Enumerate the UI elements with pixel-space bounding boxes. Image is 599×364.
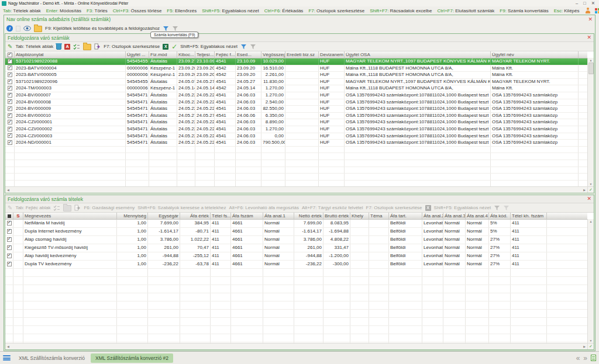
row-checkbox[interactable] xyxy=(8,140,12,145)
row-checkbox[interactable] xyxy=(8,79,12,84)
column-header[interactable]: Téma xyxy=(369,213,389,219)
scroll-down-icon[interactable]: ▼ xyxy=(590,182,593,186)
scroll-up-icon[interactable]: ▲ xyxy=(590,58,593,62)
items-horizontal-scrollbar[interactable]: ◀ ▶ xyxy=(5,343,587,349)
row-checkbox[interactable] xyxy=(7,237,12,242)
row-checkbox[interactable] xyxy=(8,106,12,111)
column-header[interactable]: Áfa tart. xyxy=(389,213,422,219)
column-header[interactable]: Végösszeg xyxy=(261,51,285,58)
menu-item[interactable]: Ctrl+F7:Elutasított számlák xyxy=(438,8,495,13)
table-row[interactable]: 2023-BATV/00000500000006Készpénz-123.09.… xyxy=(5,72,587,79)
checklist-icon[interactable] xyxy=(73,44,80,50)
column-header[interactable]: Fiz.mód xyxy=(149,51,177,58)
export-icon[interactable] xyxy=(94,43,101,50)
windows-grid-icon[interactable] xyxy=(595,8,599,13)
scroll-left-icon[interactable]: ◀ xyxy=(7,188,9,192)
row-checkbox[interactable] xyxy=(8,72,12,77)
column-header[interactable]: Megnevezés xyxy=(23,213,117,219)
column-header[interactable]: Khely xyxy=(350,213,369,219)
column-header[interactable]: Tétel fs... xyxy=(211,213,231,219)
column-header[interactable]: Ügyfél OSA xyxy=(345,51,491,58)
table-row[interactable]: 2024-CZI/00000154545471Átutalás24.05.222… xyxy=(5,119,587,126)
delete-icon[interactable] xyxy=(56,44,61,50)
menu-item[interactable]: F9:Számla konvertálás xyxy=(500,8,548,13)
table-row[interactable]: 2024-CZI/00000254545471Átutalás24.05.222… xyxy=(5,126,587,133)
column-header[interactable]: Áfa kód. xyxy=(489,213,511,219)
column-header[interactable]: Áfa anal.2 xyxy=(422,213,443,219)
invoices-close-icon[interactable]: ✕ xyxy=(587,35,591,40)
row-checkbox[interactable] xyxy=(8,133,12,138)
table-row[interactable]: 537102198922008854545455Átutalás23.09.27… xyxy=(5,58,587,65)
column-header[interactable] xyxy=(5,51,15,58)
row-checkbox[interactable] xyxy=(8,86,12,91)
nav-close-icon[interactable]: ✕ xyxy=(588,17,593,22)
menu-item[interactable]: F3:Törlés xyxy=(87,8,108,13)
menu-item[interactable]: Shift+F7:Rácsadatok excelbe xyxy=(370,8,432,13)
row-checkbox[interactable] xyxy=(7,245,12,250)
table-row[interactable]: 2024-TM/00000300000006Készpénz-124.05.14… xyxy=(5,85,587,92)
excel-icon[interactable]: X xyxy=(163,44,168,50)
row-checkbox[interactable] xyxy=(7,229,12,234)
info-circle-icon[interactable]: i xyxy=(6,25,13,32)
column-header[interactable]: Tétel kh. fszám xyxy=(511,213,547,219)
maximize-button[interactable]: □ xyxy=(583,1,586,6)
items-close-icon[interactable]: ✕ xyxy=(587,196,591,202)
table-row[interactable]: 2024-BV/00000854545471Átutalás24.05.2224… xyxy=(5,99,587,106)
column-header[interactable]: Áfa érték xyxy=(180,213,211,219)
menu-item[interactable]: Enter:Módosítás xyxy=(46,8,81,13)
scroll-right-icon[interactable]: ▶ xyxy=(583,188,586,192)
row-checkbox[interactable] xyxy=(8,59,12,64)
menu-item[interactable]: Ctrl+F3:Összes törlése xyxy=(113,8,162,13)
invoices-horizontal-scrollbar[interactable]: ◀ ▶ xyxy=(5,186,587,193)
prev-tab-icon[interactable]: « xyxy=(576,355,580,362)
grid-corner-check-icon[interactable]: ✓ xyxy=(587,186,594,193)
folder-icon[interactable] xyxy=(83,44,91,50)
invoices-vertical-scrollbar[interactable]: ▲ ▼ xyxy=(587,58,594,186)
column-header[interactable]: Áfa fszám xyxy=(231,213,263,219)
scroll-right-icon[interactable]: ▶ xyxy=(583,345,586,348)
row-checkbox[interactable] xyxy=(8,65,12,70)
items-vertical-scrollbar[interactable]: ▲ ▼ xyxy=(587,219,594,343)
column-header[interactable]: Teljesí... xyxy=(195,51,215,58)
column-header[interactable]: Egységár xyxy=(148,213,180,219)
table-row[interactable]: Kiegészítő TV-műsordíj havidíj1,00261,00… xyxy=(5,244,587,252)
column-header[interactable]: Áfa anal.4 xyxy=(466,213,489,219)
row-checkbox[interactable] xyxy=(8,93,12,98)
next-tab-icon[interactable]: » xyxy=(583,355,587,362)
eye-icon[interactable] xyxy=(23,26,31,31)
row-checkbox[interactable] xyxy=(7,262,12,266)
form-list-icon[interactable] xyxy=(591,355,596,361)
table-row[interactable]: 537102198922009654545455Átutalás24.05.07… xyxy=(5,79,587,86)
grid-corner-check-icon[interactable]: ✓ xyxy=(587,343,594,349)
scroll-up-icon[interactable]: ▲ xyxy=(590,220,593,223)
row-checkbox[interactable] xyxy=(8,120,12,124)
minimize-button[interactable]: – xyxy=(576,1,578,6)
column-header[interactable] xyxy=(5,213,13,219)
table-row[interactable]: Alap havidíj kedvezmény1,00-944,88-255,1… xyxy=(5,252,587,261)
hamburger-menu-icon[interactable] xyxy=(3,355,11,360)
menu-item[interactable]: Ctrl+F6:Értékadás xyxy=(264,8,304,13)
user-icon[interactable] xyxy=(585,8,591,13)
column-header[interactable]: Devizanem xyxy=(319,51,345,58)
column-header[interactable]: Fejléc f... xyxy=(215,51,236,58)
row-checkbox[interactable] xyxy=(7,221,12,226)
column-header[interactable]: Kiboc... xyxy=(177,51,195,58)
table-row[interactable]: 2024-BV/00001054545471Átutalás24.05.2724… xyxy=(5,113,587,120)
tab-xml-konverzio[interactable]: XML Szállítószámla konverzió xyxy=(14,353,89,363)
edit-columns-button[interactable]: F7: Oszlopok szerkesztése xyxy=(104,44,160,49)
scroll-left-icon[interactable]: ◀ xyxy=(7,345,9,348)
table-row[interactable]: Dupla Internet kedvezmény1,00-1.614,17-8… xyxy=(5,228,587,236)
column-header[interactable]: Eredeti biz.sz xyxy=(285,51,319,58)
menu-item[interactable]: Shift+F5:Egyablakos nézet xyxy=(202,8,259,13)
edit-pencil-icon[interactable]: ✎ xyxy=(8,44,12,50)
column-header[interactable]: Áfa anal.1 xyxy=(263,213,294,219)
row-checkbox[interactable] xyxy=(8,99,12,104)
table-row[interactable]: 2023-BATV/00000400000006Készpénz-123.09.… xyxy=(5,65,587,72)
column-header[interactable]: S xyxy=(13,213,23,219)
menu-item[interactable]: Tab:Tételek ablak xyxy=(3,8,41,13)
filter-icon[interactable] xyxy=(163,26,169,32)
row-checkbox[interactable] xyxy=(8,127,12,131)
column-header[interactable]: Ügyfél név xyxy=(491,51,579,58)
table-row[interactable]: 2024-CZI/00000354545471Átutalás24.05.222… xyxy=(5,133,587,140)
table-row[interactable]: Dupla TV kedvezmény1,00-236,22-63,784114… xyxy=(5,261,587,269)
